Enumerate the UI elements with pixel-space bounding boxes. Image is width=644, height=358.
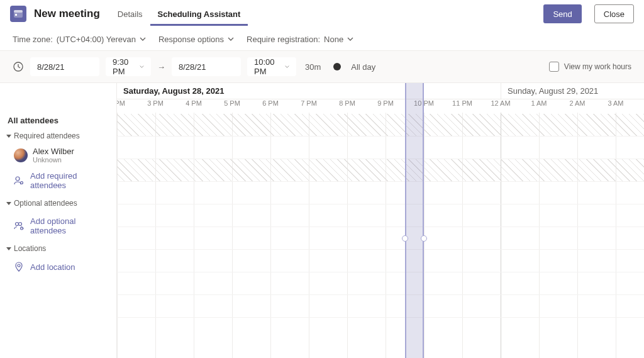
end-date-field[interactable]: 8/28/21 xyxy=(172,57,241,76)
caret-down-icon xyxy=(6,202,11,205)
attendee-availability-row xyxy=(117,159,644,182)
selection-handle-end[interactable] xyxy=(421,235,427,242)
send-button[interactable]: Send xyxy=(543,4,581,23)
hour-label: 2 PM xyxy=(117,99,125,107)
allday-label: All day xyxy=(351,62,375,72)
hour-label: 3 AM xyxy=(608,99,623,107)
hour-label: 3 PM xyxy=(147,99,164,107)
close-button[interactable]: Close xyxy=(594,4,634,23)
hour-label: 12 AM xyxy=(491,99,510,107)
attendee-row[interactable]: Alex Wilber Unknown xyxy=(0,144,116,166)
timeline-row xyxy=(117,137,644,159)
people-add-icon xyxy=(14,221,24,231)
allday-toggle[interactable] xyxy=(333,63,341,70)
timeline-row xyxy=(117,272,644,295)
caret-down-icon xyxy=(6,247,11,250)
response-options-label: Response options xyxy=(158,35,224,44)
all-attendees-header: All attendees xyxy=(0,113,116,128)
svg-rect-1 xyxy=(14,10,23,13)
timeline-row xyxy=(117,182,644,204)
svg-point-9 xyxy=(18,264,20,267)
datetime-bar: 8/28/21 9:30 PM → 8/28/21 10:00 PM 30m A… xyxy=(0,50,644,83)
duration-label: 30m xyxy=(305,62,321,72)
calendar-app-icon xyxy=(10,6,26,22)
person-add-icon xyxy=(14,176,24,186)
start-date-field[interactable]: 8/28/21 xyxy=(30,57,99,76)
svg-rect-2 xyxy=(15,14,17,16)
hour-label: 2 AM xyxy=(569,99,585,107)
end-time-field[interactable]: 10:00 PM xyxy=(247,57,296,76)
tabs: Details Scheduling Assistant xyxy=(110,2,248,26)
tab-details[interactable]: Details xyxy=(110,2,150,26)
hour-label: 11 PM xyxy=(452,99,472,107)
tab-scheduling-assistant[interactable]: Scheduling Assistant xyxy=(150,2,248,26)
location-icon xyxy=(14,262,24,272)
clock-icon xyxy=(13,61,24,72)
page-title: New meeting xyxy=(34,8,100,20)
all-attendees-row xyxy=(117,114,644,137)
timeline-grid[interactable]: Saturday, August 28, 2021Sunday, August … xyxy=(117,83,644,358)
timeline-row xyxy=(117,227,644,250)
hour-label: 9 PM xyxy=(377,99,394,107)
timezone-dropdown[interactable]: Time zone: (UTC+04:00) Yerevan xyxy=(13,35,146,44)
add-location[interactable]: Add location xyxy=(0,257,116,277)
chevron-down-icon xyxy=(140,64,144,70)
hour-label: 1 AM xyxy=(531,99,547,107)
checkbox-icon xyxy=(549,62,559,72)
timeline-row xyxy=(117,204,644,227)
day-header: Sunday, August 29, 2021 xyxy=(501,83,644,99)
svg-point-4 xyxy=(16,177,19,181)
chevron-down-icon xyxy=(228,36,234,42)
timezone-value: (UTC+04:00) Yerevan xyxy=(57,35,136,44)
options-bar: Time zone: (UTC+04:00) Yerevan Response … xyxy=(0,28,644,50)
selection-handle-start[interactable] xyxy=(402,235,408,242)
registration-value: None xyxy=(324,35,343,44)
hour-label: 4 PM xyxy=(186,99,202,107)
hour-labels: 2 PM3 PM4 PM5 PM6 PM7 PM8 PM9 PM10 PM11 … xyxy=(117,99,644,113)
main-content: All attendees Required attendees Alex Wi… xyxy=(0,83,644,358)
chevron-down-icon xyxy=(347,36,353,42)
svg-point-6 xyxy=(16,223,19,226)
timeline-row xyxy=(117,250,644,272)
arrow-right-icon: → xyxy=(157,62,165,72)
svg-point-7 xyxy=(19,223,22,226)
hour-label: 8 PM xyxy=(339,99,355,107)
attendee-name: Alex Wilber xyxy=(33,147,74,156)
add-optional-attendees[interactable]: Add optional attendees xyxy=(0,211,116,240)
header-bar: New meeting Details Scheduling Assistant… xyxy=(0,0,644,28)
avatar xyxy=(14,148,28,162)
timezone-label: Time zone: xyxy=(13,35,53,44)
work-hours-label: View my work hours xyxy=(564,62,631,71)
attendee-status: Unknown xyxy=(33,156,74,164)
chevron-down-icon xyxy=(140,36,146,42)
work-hours-toggle[interactable]: View my work hours xyxy=(549,62,631,72)
day-header: Saturday, August 28, 2021 xyxy=(117,83,501,99)
required-attendees-group[interactable]: Required attendees xyxy=(0,128,116,144)
hour-label: 7 PM xyxy=(301,99,317,107)
timeline-row xyxy=(117,295,644,318)
caret-down-icon xyxy=(6,135,11,138)
chevron-down-icon xyxy=(285,64,289,70)
hour-label: 5 PM xyxy=(224,99,240,107)
response-options-dropdown[interactable]: Response options xyxy=(158,35,234,44)
registration-dropdown[interactable]: Require registration: None xyxy=(247,35,353,44)
locations-group[interactable]: Locations xyxy=(0,240,116,257)
attendees-sidebar: All attendees Required attendees Alex Wi… xyxy=(0,83,117,358)
registration-label: Require registration: xyxy=(247,35,320,44)
time-selection[interactable] xyxy=(405,83,425,358)
hour-label: 6 PM xyxy=(262,99,279,107)
start-time-field[interactable]: 9:30 PM xyxy=(106,57,151,76)
add-required-attendees[interactable]: Add required attendees xyxy=(0,166,116,195)
optional-attendees-group[interactable]: Optional attendees xyxy=(0,195,116,211)
